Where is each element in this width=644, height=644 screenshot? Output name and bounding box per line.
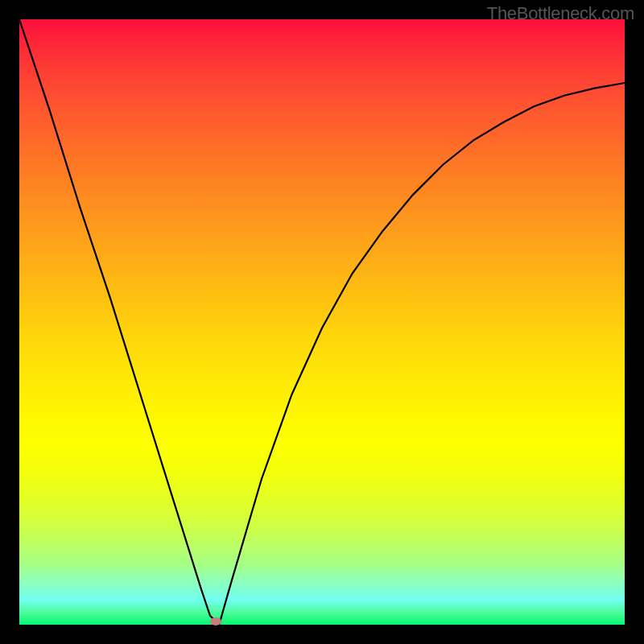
- curve-svg: [19, 19, 625, 625]
- watermark-text: TheBottleneck.com: [487, 3, 634, 24]
- minimum-marker: [210, 617, 221, 625]
- plot-area: [19, 19, 625, 625]
- bottleneck-curve: [19, 19, 625, 625]
